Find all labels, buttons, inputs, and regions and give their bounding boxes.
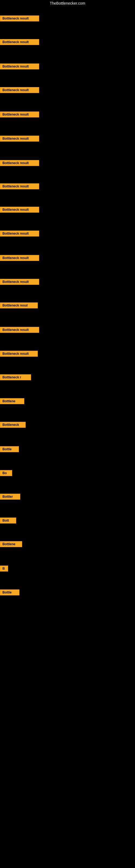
bottleneck-badge-3[interactable]: Bottleneck result: [0, 63, 39, 69]
bottleneck-badge-12[interactable]: Bottleneck result: [0, 279, 39, 285]
bottleneck-badge-6[interactable]: Bottleneck result: [0, 135, 39, 142]
bottleneck-badge-2[interactable]: Bottleneck result: [0, 39, 39, 45]
bottleneck-badge-10[interactable]: Bottleneck result: [0, 230, 39, 237]
bottleneck-badge-11[interactable]: Bottleneck result: [0, 255, 39, 261]
bottleneck-badge-18[interactable]: Bottleneck: [0, 422, 26, 428]
bottleneck-badge-23[interactable]: Bottlene: [0, 541, 22, 547]
bottleneck-badge-4[interactable]: Bottleneck result: [0, 87, 39, 93]
bottleneck-badge-9[interactable]: Bottleneck result: [0, 207, 39, 213]
bottleneck-badge-25[interactable]: Bottle: [0, 589, 19, 595]
bottleneck-badge-17[interactable]: Bottlene: [0, 398, 24, 404]
bottleneck-badge-21[interactable]: Bottler: [0, 494, 20, 500]
bottleneck-badge-8[interactable]: Bottleneck result: [0, 183, 39, 189]
bottleneck-badge-24[interactable]: B: [0, 565, 8, 571]
site-title: TheBottlenecker.com: [0, 0, 135, 6]
bottleneck-badge-5[interactable]: Bottleneck result: [0, 112, 39, 118]
bottleneck-badge-16[interactable]: Bottleneck r: [0, 374, 31, 380]
bottleneck-badge-7[interactable]: Bottleneck result: [0, 160, 39, 166]
bottleneck-badge-14[interactable]: Bottleneck result: [0, 327, 39, 333]
bottleneck-badge-20[interactable]: Bo: [0, 470, 12, 476]
bottleneck-badge-13[interactable]: Bottleneck resul: [0, 303, 38, 308]
bottleneck-badge-19[interactable]: Bottle: [0, 446, 19, 452]
bottleneck-badge-1[interactable]: Bottleneck result: [0, 16, 39, 22]
bottleneck-badge-22[interactable]: Bott: [0, 518, 16, 524]
bottleneck-badge-15[interactable]: Bottleneck result: [0, 351, 38, 357]
